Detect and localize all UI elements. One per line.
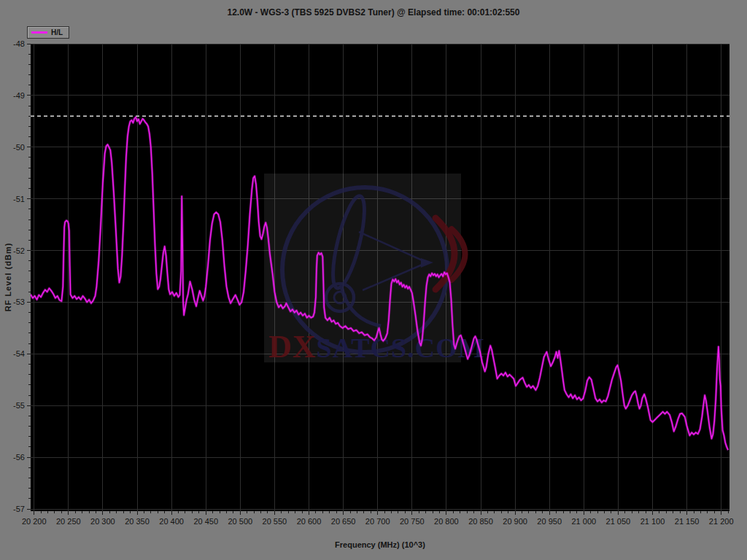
svg-text:20 250: 20 250: [56, 517, 81, 526]
svg-text:-54: -54: [13, 349, 25, 358]
legend[interactable]: H/L: [27, 26, 69, 39]
svg-text:21 200: 21 200: [709, 517, 734, 526]
svg-text:20 900: 20 900: [503, 517, 527, 526]
svg-text:-51: -51: [13, 195, 25, 203]
svg-text:-50: -50: [13, 143, 25, 152]
legend-label: H/L: [51, 29, 63, 36]
svg-text:20 600: 20 600: [297, 517, 322, 526]
y-tick-labels: -48-49-50-51-52-53-54-55-56-57: [13, 39, 25, 513]
svg-text:20 650: 20 650: [331, 517, 356, 526]
svg-text:-53: -53: [13, 298, 25, 306]
x-axis-title: Frequency (MHz) (10^3): [31, 540, 729, 549]
svg-text:21 150: 21 150: [675, 517, 700, 526]
svg-text:21 000: 21 000: [571, 517, 596, 526]
svg-text:20 500: 20 500: [228, 517, 252, 526]
svg-text:20 450: 20 450: [193, 517, 218, 526]
svg-text:-49: -49: [13, 91, 25, 100]
x-tick-labels: 20 20020 25020 30020 35020 40020 45020 5…: [22, 517, 734, 526]
svg-text:-57: -57: [13, 505, 25, 513]
y-axis-title: RF Level (dBm): [4, 243, 12, 312]
svg-text:21 100: 21 100: [640, 517, 665, 526]
svg-text:-52: -52: [13, 246, 25, 255]
svg-text:20 700: 20 700: [365, 517, 390, 526]
svg-text:20 300: 20 300: [90, 517, 115, 526]
svg-text:-55: -55: [13, 401, 25, 410]
watermark-logo: DXSATCS.COM: [264, 174, 485, 365]
svg-text:20 750: 20 750: [400, 517, 425, 526]
svg-text:20 850: 20 850: [468, 517, 493, 526]
svg-text:-48: -48: [13, 39, 25, 48]
svg-text:-56: -56: [13, 453, 25, 462]
svg-text:20 550: 20 550: [263, 517, 287, 526]
spectrum-analyzer-window: DXSATCS.COM20 20020 25020 30020 35020 40…: [0, 0, 747, 560]
svg-text:20 200: 20 200: [22, 517, 47, 526]
svg-text:20 950: 20 950: [537, 517, 562, 526]
svg-text:20 350: 20 350: [125, 517, 150, 526]
spectrum-chart: DXSATCS.COM20 20020 25020 30020 35020 40…: [0, 0, 747, 560]
svg-text:20 800: 20 800: [434, 517, 459, 526]
svg-text:20 400: 20 400: [159, 517, 184, 526]
legend-swatch-icon: [31, 31, 47, 34]
svg-text:21 050: 21 050: [606, 517, 631, 526]
window-title: 12.0W - WGS-3 (TBS 5925 DVBS2 Tuner) @ E…: [0, 7, 747, 18]
